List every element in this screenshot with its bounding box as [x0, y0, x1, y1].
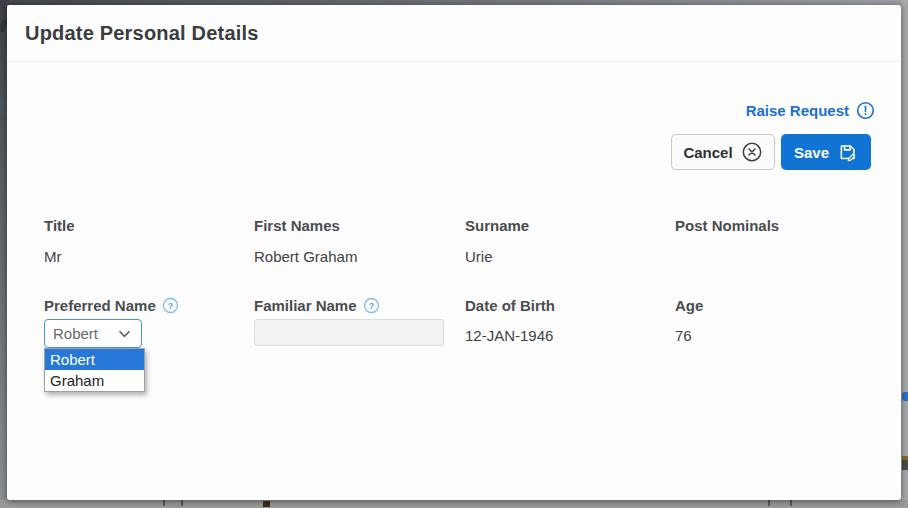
- field-date-of-birth-label: Date of Birth: [465, 296, 675, 314]
- background-artifact: [790, 500, 792, 506]
- save-button[interactable]: Save: [781, 134, 871, 170]
- raise-request-label: Raise Request: [746, 102, 849, 119]
- field-age: Age 76: [675, 296, 901, 348]
- field-age-value: 76: [675, 327, 901, 345]
- preferred-name-dropdown-list: Robert Graham: [44, 348, 145, 392]
- field-title-value: Mr: [44, 248, 254, 266]
- field-preferred-name-label: Preferred Name ?: [44, 296, 254, 314]
- background-artifact: [902, 456, 908, 470]
- background-artifact: [263, 501, 270, 507]
- field-first-names: First Names Robert Graham: [254, 216, 465, 266]
- fields-row-2: Preferred Name ? Robert Robert: [44, 296, 901, 348]
- field-post-nominals-value: [675, 248, 901, 266]
- familiar-name-label-text: Familiar Name: [254, 297, 357, 314]
- preferred-name-label-text: Preferred Name: [44, 297, 156, 314]
- raise-request-link[interactable]: Raise Request: [746, 101, 875, 120]
- field-familiar-name: Familiar Name ?: [254, 296, 465, 348]
- dropdown-option-robert[interactable]: Robert: [45, 349, 144, 370]
- field-post-nominals-label: Post Nominals: [675, 216, 901, 234]
- background-artifact: [163, 500, 165, 506]
- field-surname: Surname Urie: [465, 216, 675, 266]
- dialog-header: Update Personal Details: [7, 5, 901, 62]
- chevron-down-icon: [118, 330, 131, 338]
- dialog-title: Update Personal Details: [25, 22, 259, 45]
- background-artifact: [902, 392, 908, 401]
- field-preferred-name: Preferred Name ? Robert Robert: [44, 296, 254, 348]
- field-date-of-birth: Date of Birth 12-JAN-1946: [465, 296, 675, 348]
- dialog-actions: Cancel Save: [671, 134, 871, 170]
- field-title-label: Title: [44, 216, 254, 234]
- field-title: Title Mr: [44, 216, 254, 266]
- overlay-right: [901, 0, 908, 508]
- question-circle-icon[interactable]: ?: [363, 297, 380, 314]
- overlay-bottom: [0, 500, 908, 508]
- field-surname-label: Surname: [465, 216, 675, 234]
- save-pencil-icon: [837, 142, 858, 163]
- x-circle-icon: [741, 141, 763, 163]
- save-button-label: Save: [794, 144, 829, 161]
- cancel-button-label: Cancel: [683, 144, 732, 161]
- field-first-names-value: Robert Graham: [254, 248, 465, 266]
- field-first-names-label: First Names: [254, 216, 465, 234]
- preferred-name-selected-value: Robert: [53, 325, 98, 342]
- update-personal-details-dialog: Update Personal Details Raise Request Ca…: [7, 5, 901, 500]
- field-post-nominals: Post Nominals: [675, 216, 901, 266]
- field-age-label: Age: [675, 296, 901, 314]
- preferred-name-select[interactable]: Robert: [44, 319, 142, 348]
- svg-text:?: ?: [167, 300, 172, 310]
- alert-circle-icon: [856, 101, 875, 120]
- background-artifact: [768, 500, 770, 506]
- field-surname-value: Urie: [465, 248, 675, 266]
- field-familiar-name-label: Familiar Name ?: [254, 296, 465, 314]
- question-circle-icon[interactable]: ?: [162, 297, 179, 314]
- background-artifact: [0, 100, 6, 116]
- dropdown-option-graham[interactable]: Graham: [45, 370, 144, 391]
- overlay-left: [0, 0, 7, 508]
- background-artifact: [181, 500, 183, 506]
- field-date-of-birth-value: 12-JAN-1946: [465, 327, 675, 345]
- svg-text:?: ?: [368, 300, 373, 310]
- familiar-name-input[interactable]: [254, 319, 444, 346]
- fields-row-1: Title Mr First Names Robert Graham Surna…: [44, 216, 901, 266]
- cancel-button[interactable]: Cancel: [671, 134, 775, 170]
